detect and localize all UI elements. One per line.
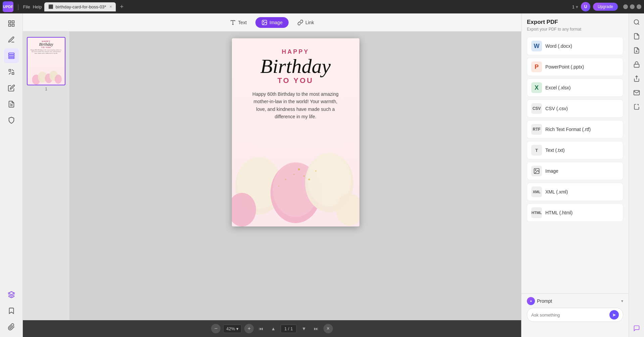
svg-marker-9: [8, 292, 14, 295]
rtf-label: Rich Text Format (.rtf): [545, 127, 591, 132]
stamp-icon[interactable]: [631, 101, 643, 113]
svg-point-28: [303, 175, 305, 177]
svg-point-33: [278, 186, 279, 187]
card-happy-text: HAPPY: [282, 48, 309, 55]
export-csv[interactable]: CSV CSV (.csv): [527, 99, 623, 118]
xml-icon: XML: [531, 186, 542, 197]
page-number-label: 1: [27, 87, 65, 91]
svg-rect-5: [8, 55, 14, 57]
sidebar-item-bookmark[interactable]: [4, 303, 19, 318]
content-area: Text Image Link HAPPY Birthday: [23, 13, 521, 337]
link-tool-button[interactable]: Link: [291, 17, 320, 28]
ai-ask-input[interactable]: [531, 312, 607, 318]
export-powerpoint[interactable]: P PowerPoint (.pptx): [527, 58, 623, 76]
pdf-document: HAPPY Birthday TO YOU Happy 60th Birthda…: [232, 38, 359, 226]
doc-area: HAPPY Birthday TO YOU Happy 60th Birthda…: [23, 32, 521, 320]
card-toyou-text: TO YOU: [278, 76, 314, 85]
export-subtitle: Export your PDF to any format: [527, 27, 623, 32]
page-indicator: 1 ▾: [572, 4, 578, 9]
thumbnail-panel: HAPPY Birthday TO YOU Happy 60th Birthda…: [23, 32, 70, 320]
zoom-in-button[interactable]: +: [244, 324, 254, 333]
csv-label: CSV (.csv): [545, 106, 568, 111]
word-label: Word (.docx): [545, 43, 572, 49]
ai-logo-icon: ✦: [527, 297, 535, 305]
file-menu[interactable]: File: [23, 4, 30, 9]
pdf-export-icon[interactable]: [631, 44, 643, 56]
last-page-button[interactable]: ⏭: [311, 324, 321, 333]
export-excel[interactable]: X Excel (.xlsx): [527, 79, 623, 97]
share-icon[interactable]: [631, 73, 643, 85]
help-menu[interactable]: Help: [33, 4, 42, 9]
zoom-level-display[interactable]: 42% ▾: [223, 325, 242, 333]
zoom-out-button[interactable]: −: [211, 324, 220, 333]
page-display: 1 / 1: [281, 325, 296, 333]
encrypt-icon[interactable]: [631, 58, 643, 71]
svg-point-18: [55, 75, 62, 84]
rtf-icon: RTF: [531, 124, 542, 135]
thumb-message: Happy 60th Birthday to the most amazing …: [29, 49, 63, 54]
ai-title-row: ✦ Prompt: [527, 297, 552, 305]
sidebar-item-protect[interactable]: [4, 113, 19, 128]
txt-label: Text (.txt): [545, 148, 565, 153]
sidebar-item-annotate[interactable]: [4, 81, 19, 95]
svg-point-13: [263, 21, 264, 22]
sidebar-item-edit[interactable]: [4, 32, 19, 47]
html-icon: HTML: [531, 207, 542, 218]
ai-chat-icon[interactable]: [631, 322, 643, 334]
text-tool-button[interactable]: Text: [224, 17, 253, 28]
export-html[interactable]: HTML HTML (.html): [527, 204, 623, 222]
prev-page-button[interactable]: ▲: [268, 324, 278, 333]
sidebar-item-home[interactable]: [4, 16, 19, 31]
svg-line-37: [638, 24, 639, 25]
maximize-button[interactable]: □: [630, 4, 635, 9]
export-image[interactable]: Image: [527, 162, 623, 180]
csv-icon: CSV: [531, 103, 542, 114]
minimize-button[interactable]: —: [623, 4, 628, 9]
sidebar-item-clip[interactable]: [4, 320, 19, 334]
svg-point-31: [285, 179, 286, 180]
thumb-toyou-text: TO YOU: [41, 46, 51, 48]
app-logo-icon: UPDF: [3, 1, 13, 12]
first-page-button[interactable]: ⏮: [256, 324, 266, 333]
thumb-birthday-text: Birthday: [39, 42, 53, 46]
export-rtf[interactable]: RTF Rich Text Format (.rtf): [527, 120, 623, 138]
export-word[interactable]: W Word (.docx): [527, 37, 623, 55]
close-button[interactable]: ×: [637, 4, 641, 9]
close-toolbar-button[interactable]: ×: [324, 324, 333, 333]
upgrade-button[interactable]: Upgrade: [593, 3, 618, 11]
sidebar-item-form[interactable]: [4, 97, 19, 112]
powerpoint-label: PowerPoint (.pptx): [545, 64, 584, 70]
titlebar: UPDF | File Help ⬛ birthday-card-for-bos…: [0, 0, 644, 13]
tab-close-button[interactable]: ×: [109, 4, 112, 9]
sidebar-item-convert[interactable]: [4, 65, 19, 79]
ai-panel: ✦ Prompt ▾ ➤: [522, 293, 629, 337]
image-tool-button[interactable]: Image: [255, 17, 289, 28]
search-icon[interactable]: [631, 16, 643, 28]
right-sidebar: [629, 13, 644, 337]
svg-rect-6: [8, 57, 14, 59]
edit-toolbar: Text Image Link: [23, 13, 521, 32]
new-tab-button[interactable]: +: [120, 3, 123, 10]
svg-point-27: [298, 168, 300, 170]
ai-expand-button[interactable]: ▾: [621, 299, 623, 303]
next-page-button[interactable]: ▼: [299, 324, 309, 333]
window-controls: — □ ×: [623, 4, 641, 9]
title-separator: |: [17, 3, 19, 10]
svg-rect-3: [12, 24, 14, 26]
thumbnail-page-1[interactable]: HAPPY Birthday TO YOU Happy 60th Birthda…: [26, 36, 67, 93]
word-icon: W: [531, 41, 542, 51]
main-layout: Text Image Link HAPPY Birthday: [0, 13, 644, 337]
export-xml[interactable]: XML XML (.xml): [527, 183, 623, 201]
canvas-area[interactable]: HAPPY Birthday TO YOU Happy 60th Birthda…: [70, 32, 521, 320]
bottom-toolbar: − 42% ▾ + ⏮ ▲ 1 / 1 ▼ ⏭ ×: [23, 320, 521, 337]
sidebar-item-organize[interactable]: [4, 48, 19, 63]
active-tab[interactable]: ⬛ birthday-card-for-boss-03* ×: [44, 2, 116, 11]
export-txt[interactable]: T Text (.txt): [527, 141, 623, 159]
email-icon[interactable]: [631, 87, 643, 99]
ai-send-button[interactable]: ➤: [609, 310, 619, 320]
excel-label: Excel (.xlsx): [545, 85, 571, 90]
docx-export-icon[interactable]: [631, 30, 643, 42]
sidebar-item-layers[interactable]: [4, 287, 19, 302]
user-avatar[interactable]: U: [581, 2, 590, 11]
svg-point-29: [293, 174, 295, 175]
